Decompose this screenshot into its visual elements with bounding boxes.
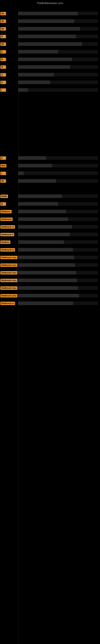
table-row: Bott [0, 162, 100, 169]
orange-badge[interactable]: Bo [0, 20, 6, 23]
bar-fill [18, 156, 46, 160]
table-row: Bottleneck [0, 216, 100, 223]
table-row: Bo [0, 18, 100, 25]
table-row: Bottlene [0, 238, 100, 246]
bar-fill [18, 210, 66, 213]
table-row: Bottleneck resu [0, 292, 100, 299]
table-row: Bo [0, 177, 100, 184]
orange-badge[interactable]: Bo [0, 179, 6, 183]
bar-fill [18, 80, 50, 84]
orange-badge[interactable]: Bo [0, 12, 6, 15]
bar-fill [18, 248, 73, 252]
table-row: Bottleneck resu [0, 277, 100, 284]
table-row: Bottleneck resu [0, 269, 100, 276]
table-row: B [0, 64, 100, 71]
table-row: E [0, 71, 100, 78]
bar-fill [18, 217, 68, 221]
table-row: Bo [0, 40, 100, 48]
orange-badge[interactable]: Bottlenec [0, 210, 12, 213]
orange-badge[interactable]: Bottleneck re [0, 302, 15, 305]
bar-fill [18, 179, 56, 183]
bar-fill [18, 73, 54, 76]
table-row: B [0, 200, 100, 208]
bar-fill [18, 294, 79, 298]
orange-badge[interactable]: Bo [0, 27, 6, 30]
orange-badge[interactable]: Bottle [0, 194, 8, 198]
bar-background [18, 172, 98, 175]
bar-fill [18, 286, 78, 290]
table-row: Bottleneck resu [0, 284, 100, 292]
site-title: TheBottlenecker.com [0, 0, 100, 6]
bar-fill [18, 42, 82, 46]
table-row: Bottleneck resu [0, 262, 100, 269]
orange-badge[interactable]: Bottleneck resu [0, 279, 17, 282]
orange-badge[interactable]: Bottleneck [0, 218, 13, 221]
table-row: Bottleneck re [0, 300, 100, 307]
table-row: Bottleneck k [0, 231, 100, 238]
table-row: E [0, 48, 100, 55]
bar-fill [18, 88, 28, 92]
table-row: Bottleneck resu [0, 254, 100, 261]
bar-background [18, 88, 98, 92]
bar-fill [18, 302, 73, 305]
orange-badge[interactable]: Bottleneck resu [0, 271, 17, 274]
table-row: Bo [0, 25, 100, 32]
table-row: B [0, 33, 100, 40]
bar-fill [18, 194, 62, 198]
orange-badge[interactable]: | [0, 172, 6, 175]
bar-fill [18, 172, 24, 175]
bar-fill [18, 65, 70, 69]
orange-badge[interactable]: Bott [0, 164, 6, 168]
orange-badge[interactable]: Bottleneck k [0, 233, 14, 236]
orange-badge[interactable]: | [0, 88, 6, 92]
table-row: Bo [0, 10, 100, 17]
orange-badge[interactable]: E [0, 81, 6, 84]
bar-fill [18, 278, 77, 282]
bar-fill [18, 256, 74, 259]
bar-fill [18, 27, 80, 30]
orange-badge[interactable]: B [0, 202, 6, 206]
bar-fill [18, 58, 72, 61]
table-row: Bottleneck re [0, 223, 100, 230]
orange-badge[interactable]: Bo [0, 42, 6, 46]
orange-badge[interactable]: E [0, 73, 6, 76]
orange-badge[interactable]: Bottleneck resu [0, 264, 17, 267]
orange-badge[interactable]: B [0, 35, 6, 38]
bar-fill [18, 233, 70, 236]
bar-fill [18, 225, 72, 228]
table-row: E [0, 154, 100, 162]
bar-fill [18, 263, 75, 267]
table-row: Bottle [0, 192, 100, 200]
bar-fill [18, 50, 58, 54]
bar-fill [18, 19, 74, 23]
orange-badge[interactable]: Bottleneck re [0, 225, 15, 228]
orange-badge[interactable]: E [0, 50, 6, 54]
table-row: | [0, 170, 100, 177]
bar-fill [18, 12, 78, 15]
vertical-line [18, 6, 19, 644]
orange-badge[interactable]: Bottleneck resu [0, 294, 17, 298]
bar-fill [18, 240, 64, 244]
bar-fill [18, 202, 58, 206]
bar-fill [18, 164, 52, 168]
table-row: B [0, 56, 100, 63]
table-row: | [0, 86, 100, 94]
orange-badge[interactable]: E [0, 156, 6, 160]
orange-badge[interactable]: Bottlene [0, 240, 10, 244]
orange-badge[interactable]: Bottleneck resu [0, 286, 17, 290]
table-row: Bottleneck re [0, 246, 100, 253]
bar-fill [18, 34, 76, 38]
table-row: Bottlenec [0, 208, 100, 215]
table-row: E [0, 79, 100, 86]
bar-fill [18, 271, 76, 274]
orange-badge[interactable]: Bottleneck resu [0, 256, 17, 259]
page-wrapper: TheBottlenecker.com BoBoBoBBoEBBEE|EBott… [0, 0, 100, 644]
orange-badge[interactable]: B [0, 66, 6, 69]
orange-badge[interactable]: Bottleneck re [0, 248, 15, 252]
orange-badge[interactable]: B [0, 58, 6, 61]
